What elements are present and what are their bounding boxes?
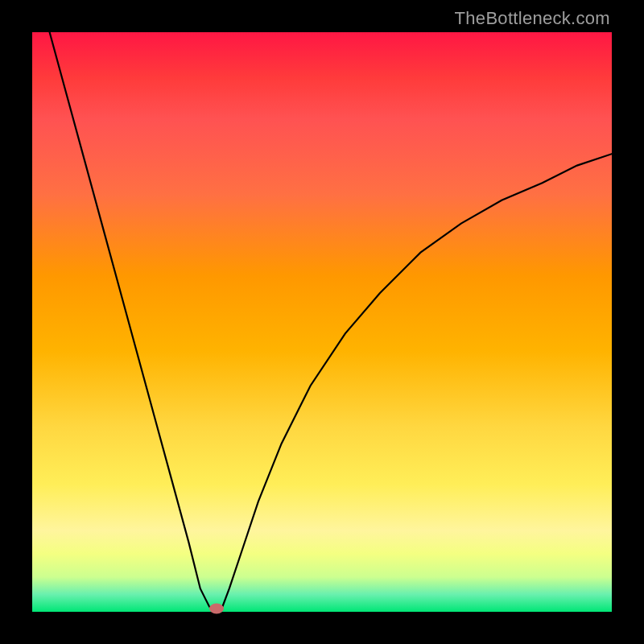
optimum-marker bbox=[209, 604, 224, 614]
bottleneck-curve bbox=[32, 32, 612, 612]
plot-area bbox=[32, 32, 612, 612]
watermark-text: TheBottleneck.com bbox=[455, 8, 610, 29]
chart-frame: TheBottleneck.com bbox=[0, 0, 644, 644]
